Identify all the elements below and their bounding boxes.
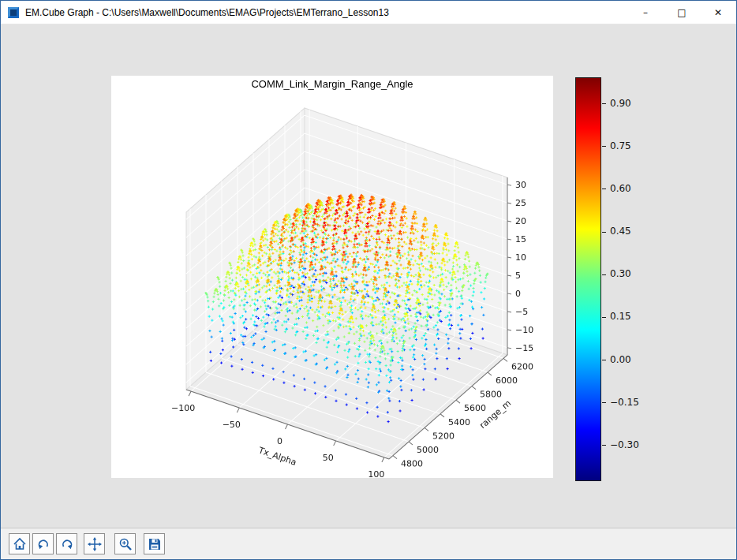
colorbar-tick-label: −0.30 xyxy=(610,439,639,450)
home-icon xyxy=(13,537,27,551)
colorbar-tick-mark xyxy=(602,317,606,318)
forward-arrow-icon xyxy=(60,537,74,551)
save-icon xyxy=(148,537,162,551)
plot-canvas[interactable] xyxy=(111,76,553,478)
zoom-button[interactable] xyxy=(114,533,136,554)
maximize-button[interactable]: □ xyxy=(664,1,700,24)
colorbar-tick-label: 0.60 xyxy=(610,183,631,194)
window-controls: – □ ✕ xyxy=(627,1,736,24)
colorbar-tick-mark xyxy=(602,360,606,360)
pan-icon xyxy=(88,537,102,551)
colorbar-tick-label: 0.00 xyxy=(610,354,631,365)
colorbar-tick-mark xyxy=(602,402,606,403)
nav-toolbar xyxy=(1,528,736,559)
colorbar-tick-mark xyxy=(602,445,606,446)
colorbar-tick-mark xyxy=(602,146,606,147)
colorbar-tick-mark xyxy=(602,232,606,233)
pan-button[interactable] xyxy=(84,533,105,554)
colorbar-tick-label: 0.90 xyxy=(610,98,631,109)
save-button[interactable] xyxy=(144,533,165,554)
colorbar-tick-label: 0.30 xyxy=(610,268,631,279)
colorbar-tick-label: −0.15 xyxy=(610,397,639,408)
window-body: COMM_Link_Margin_Range_Angle 0.900.750.6… xyxy=(1,24,736,528)
colorbar-tick-label: 0.75 xyxy=(610,140,631,151)
colorbar: 0.900.750.600.450.300.150.00−0.15−0.30 xyxy=(575,77,678,481)
colorbar-tick-mark xyxy=(602,274,606,275)
minimize-button[interactable]: – xyxy=(627,1,664,24)
zoom-icon xyxy=(118,537,133,551)
chart-title: COMM_Link_Margin_Range_Angle xyxy=(111,78,553,90)
app-window: EM.Cube Graph - C:\Users\Maxwell\Documen… xyxy=(0,0,737,560)
back-button[interactable] xyxy=(32,533,54,554)
home-button[interactable] xyxy=(9,533,30,554)
colorbar-tick-mark xyxy=(602,189,606,189)
colorbar-tick-label: 0.15 xyxy=(610,311,631,322)
colorbar-tick-label: 0.45 xyxy=(610,226,631,237)
colorbar-gradient xyxy=(575,77,601,481)
figure-area: COMM_Link_Margin_Range_Angle xyxy=(111,76,553,478)
window-title: EM.Cube Graph - C:\Users\Maxwell\Documen… xyxy=(25,7,627,18)
close-button[interactable]: ✕ xyxy=(700,1,736,24)
back-arrow-icon xyxy=(36,537,51,551)
forward-button[interactable] xyxy=(56,533,77,554)
app-icon xyxy=(7,6,20,19)
title-bar: EM.Cube Graph - C:\Users\Maxwell\Documen… xyxy=(1,1,736,24)
colorbar-tick-mark xyxy=(602,103,606,104)
